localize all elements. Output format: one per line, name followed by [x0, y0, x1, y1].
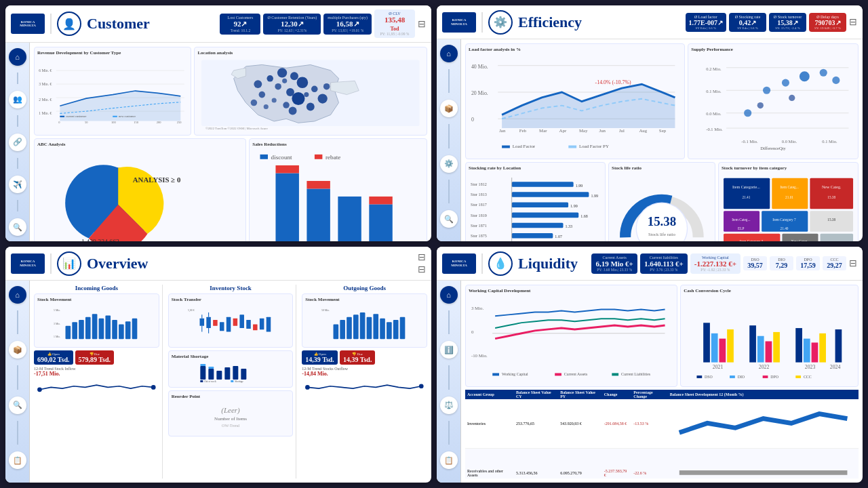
td-group: Receivables and other Assets [465, 448, 514, 479]
reorder-sub-label: Number of Items [177, 416, 285, 422]
svg-rect-228 [711, 333, 718, 363]
svg-rect-169 [112, 320, 117, 339]
svg-text:New Categ.: New Categ. [822, 185, 842, 189]
svg-text:Stock life ratio: Stock life ratio [648, 232, 675, 237]
sidebar-home-overview[interactable]: ⌂ [9, 286, 26, 304]
incoming-chart-area: 5 Mio. 3 Mio. 1 Mio. [37, 304, 156, 344]
svg-rect-50 [260, 155, 268, 159]
customer-bottom-row: ABC Analysis 1.429.334.663 2.827.594.73 [34, 138, 427, 241]
sidebar-package-overview[interactable]: 📦 [9, 341, 26, 359]
overview-content: Incoming Goods Stock Movement 5 Mio. 3 M… [30, 281, 431, 483]
svg-rect-195 [216, 371, 222, 380]
svg-point-30 [272, 98, 277, 102]
stocking-rate-chart: Stocking rate by Location Stor 1812 1.99… [465, 162, 606, 241]
svg-point-95 [800, 71, 810, 81]
outgoing-due-badge: 👎 Due 14,39 Tsd. [340, 350, 376, 365]
sidebar-link-customer[interactable]: 🔗 [9, 134, 26, 151]
svg-text:-0.1 Mio.: -0.1 Mio. [742, 139, 759, 144]
svg-rect-244 [697, 375, 703, 378]
th-bs-py: Balance Sheet Value PY [558, 390, 602, 399]
stocking-svg: Stor 1812 1.99 Stor 1813 1.99 Stor 1817 … [469, 172, 602, 241]
svg-rect-189 [260, 319, 264, 329]
metric-retention: Ø Customer Retention (Years) 12,30↗ PY: … [263, 14, 321, 35]
outgoing-chart-area: 50 Mio. [305, 304, 424, 344]
customer-icon-circle: 👤 [57, 12, 81, 36]
sidebar-home-liquidity[interactable]: ⌂ [440, 286, 458, 304]
sidebar-search-overview[interactable]: 🔍 [9, 396, 26, 414]
svg-rect-111 [512, 203, 568, 208]
metric-purchases: multiple Purchases (qty) 16,58↗ PY: 13,9… [323, 14, 372, 35]
overview-header: KONICAMINOLTA 📊 Overview ⊟ ⊟ [5, 247, 431, 281]
sidebar-doc-liquidity[interactable]: 📋 [440, 451, 458, 469]
svg-point-94 [782, 79, 789, 87]
sidebar-home-efficiency[interactable]: ⌂ [440, 45, 458, 62]
abc-svg: 1.429.334.663 2.827.594.73 ANALYSIS ≥ 0 … [37, 148, 243, 241]
svg-text:100: 100 [111, 121, 116, 124]
svg-text:rebate: rebate [326, 154, 340, 161]
svg-rect-72 [568, 146, 576, 148]
svg-rect-70 [502, 146, 510, 148]
stock-turnover-title: Stock turnover by item category [722, 165, 855, 171]
svg-rect-206 [347, 317, 352, 340]
eff-stocking-rate: Ø Stocking rate 0,42↗ SY Edo | 3.6 % [729, 13, 766, 32]
svg-text:1 Mio.: 1 Mio. [54, 336, 60, 338]
sidebar-users-customer[interactable]: 👥 [9, 91, 26, 108]
svg-rect-196 [224, 367, 230, 380]
filter-icon-liquidity[interactable]: ⊟ [849, 258, 857, 269]
svg-rect-114 [512, 213, 579, 218]
svg-rect-135 [724, 178, 770, 209]
filter-icon-overview-1[interactable]: ⊟ [418, 251, 426, 263]
svg-rect-238 [820, 333, 827, 363]
svg-rect-120 [512, 233, 553, 239]
outgoing-stock-movement: Stock Movement 50 Mio. [302, 293, 427, 348]
svg-point-32 [254, 80, 262, 88]
liquidity-table-container: Account Group Balance Sheet Value CY Bal… [465, 390, 859, 479]
svg-text:200: 200 [157, 121, 161, 124]
svg-text:15.38: 15.38 [827, 195, 835, 199]
overview-sidebar: ⌂ 📦 🔍 📋 [5, 281, 30, 483]
svg-text:0.2 Mio.: 0.2 Mio. [707, 66, 722, 71]
th-account-group: Account Group [465, 390, 514, 399]
reorder-empty-label: (Leer) [177, 406, 285, 414]
filter-icon-customer[interactable]: ⊟ [418, 18, 426, 30]
svg-rect-184 [226, 317, 231, 332]
sidebar-scale-liquidity[interactable]: ⚖️ [440, 396, 458, 414]
incoming-due-value: 579,89 Tsd. [79, 356, 111, 363]
svg-rect-204 [334, 325, 339, 340]
th-change: Change [602, 390, 632, 399]
ccc-chart-area: 2021 2022 2023 2024 DSO DIO DPO [684, 295, 855, 384]
stock-turnover-chart: Stock turnover by item category Item Cat… [718, 162, 859, 241]
svg-rect-185 [233, 319, 237, 326]
svg-rect-246 [730, 375, 735, 378]
svg-text:Stor 1875: Stor 1875 [471, 234, 487, 238]
svg-point-98 [757, 102, 764, 108]
svg-rect-211 [380, 319, 386, 340]
filter-icon-overview-2[interactable]: ⊟ [418, 264, 426, 275]
sidebar-plane-customer[interactable]: ✈️ [9, 176, 26, 193]
stocking-rate-title: Stocking rate by Location [469, 165, 602, 171]
inventory-chart-area: 5,00 € [172, 304, 290, 344]
svg-rect-117 [512, 223, 564, 228]
table-row: Receivables and other Assets 5.313.456,5… [465, 448, 859, 479]
sidebar-search-efficiency[interactable]: 🔍 [440, 210, 458, 228]
location-chart-box: Location analysis [194, 47, 427, 136]
svg-text:-0.1 Mio.: -0.1 Mio. [707, 127, 724, 131]
sidebar-package-efficiency[interactable]: 📦 [440, 100, 458, 117]
sidebar-info-liquidity[interactable]: ℹ️ [440, 341, 458, 359]
sidebar-doc-overview[interactable]: 📋 [9, 451, 26, 469]
svg-rect-182 [213, 320, 218, 326]
svg-text:5 Mio.: 5 Mio. [54, 309, 60, 312]
svg-rect-199 [200, 380, 203, 382]
svg-text:21.41: 21.41 [742, 195, 750, 199]
svg-point-37 [289, 106, 297, 115]
filter-icon-efficiency[interactable]: ⊟ [849, 16, 857, 28]
sidebar-search-customer[interactable]: 🔍 [9, 218, 26, 236]
chart-icon: 📊 [62, 257, 76, 270]
sidebar-home-customer[interactable]: ⌂ [9, 48, 26, 66]
sidebar-gear-efficiency[interactable]: ⚙️ [440, 155, 458, 173]
reorder-point-content: (Leer) Number of Items OW-Trend [172, 401, 290, 433]
liquidity-table: Account Group Balance Sheet Value CY Bal… [465, 390, 859, 479]
liquidity-metrics: Current Assets 6,19 Mio €+ PY: 3.68 Mio.… [583, 253, 857, 274]
svg-rect-176 [199, 319, 204, 326]
svg-rect-16 [113, 116, 117, 117]
